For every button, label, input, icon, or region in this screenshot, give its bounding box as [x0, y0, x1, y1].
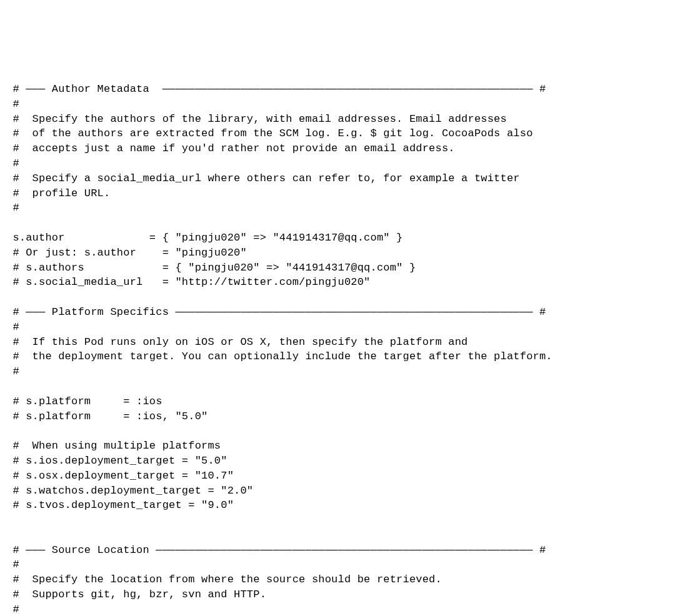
- author-section-header: # ――― Author Metadata ――――――――――――――――――…: [6, 83, 546, 95]
- platform-code: # s.watchos.deployment_target = "2.0": [6, 485, 253, 497]
- platform-blank: #: [6, 365, 19, 377]
- platform-code: # s.platform = :ios: [6, 395, 162, 407]
- source-location-desc: # Supports git, hg, bzr, svn and HTTP.: [6, 589, 266, 600]
- author-desc: # of the authors are extracted from the …: [6, 127, 533, 139]
- source-location-blank: #: [6, 604, 19, 615]
- platform-desc: # the deployment target. You can optiona…: [6, 350, 552, 362]
- author-desc: # Specify the authors of the library, wi…: [6, 113, 507, 125]
- platform-blank: #: [6, 321, 19, 333]
- platform-desc: # If this Pod runs only on iOS or OS X, …: [6, 336, 468, 348]
- author-desc: # accepts just a name if you'd rather no…: [6, 142, 455, 154]
- author-desc: # profile URL.: [6, 187, 110, 199]
- platform-code: # When using multiple platforms: [6, 440, 221, 452]
- author-code: # s.social_media_url = "http://twitter.c…: [6, 276, 371, 288]
- author-code: s.author = { "pingju020" => "441914317@q…: [6, 232, 403, 244]
- platform-code: # s.osx.deployment_target = "10.7": [6, 470, 234, 482]
- source-location-blank: #: [6, 559, 19, 570]
- platform-section-header: # ――― Platform Specifics ―――――――――――――――…: [6, 306, 546, 318]
- author-desc: # Specify a social_media_url where other…: [6, 172, 520, 184]
- source-location-desc: # Specify the location from where the so…: [6, 574, 442, 585]
- author-blank: #: [6, 202, 19, 214]
- podspec-code: # ――― Author Metadata ――――――――――――――――――…: [6, 67, 675, 616]
- author-blank: #: [6, 157, 19, 169]
- source-location-section-header: # ――― Source Location ――――――――――――――――――…: [6, 544, 546, 556]
- author-code: # s.authors = { "pingju020" => "44191431…: [6, 262, 416, 274]
- platform-code: # s.ios.deployment_target = "5.0": [6, 455, 228, 467]
- platform-code: # s.tvos.deployment_target = "9.0": [6, 499, 234, 511]
- author-blank: #: [6, 98, 19, 110]
- author-code: # Or just: s.author = "pingju020": [6, 247, 247, 259]
- platform-code: # s.platform = :ios, "5.0": [6, 410, 208, 422]
